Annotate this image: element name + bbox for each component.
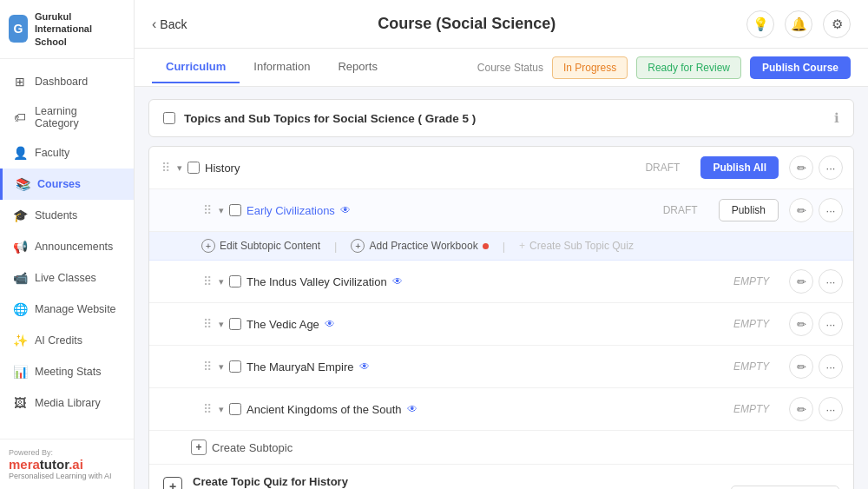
create-sub-topic-quiz-button[interactable]: + Create Sub Topic Quiz [519,240,634,252]
bell-icon-button[interactable]: 🔔 [785,10,812,38]
media-library-icon: 🖼 [12,395,28,411]
sidebar-item-courses[interactable]: 📚 Courses [0,169,134,200]
drag-handle-icon[interactable]: ⠿ [201,317,214,331]
ancient-kingdoms-checkbox[interactable] [229,403,241,415]
create-subtopic-label: Create Subtopic [212,441,293,454]
info-icon: ℹ [834,110,839,126]
eye-icon[interactable]: 👁 [392,275,403,287]
sidebar-item-dashboard[interactable]: ⊞ Dashboard [0,66,134,97]
list-item: ⠿ ▾ The MauryaN Empire 👁 EMPTY ✏ ··· [149,346,853,388]
topics-header: Topics and Sub Topics for Social Science… [148,99,854,137]
tab-curriculum[interactable]: Curriculum [152,51,240,83]
eye-icon[interactable]: 👁 [359,360,370,373]
ready-for-review-button[interactable]: Ready for Review [636,56,741,79]
quiz-content: Create Topic Quiz for History Create Top… [193,475,720,489]
chevron-down-icon[interactable]: ▾ [219,361,224,373]
gear-icon-button[interactable]: ⚙ [823,10,851,38]
drag-handle-icon[interactable]: ⠿ [160,161,172,175]
eye-icon[interactable]: 👁 [407,403,418,415]
early-civ-more-icon[interactable]: ··· [819,198,843,222]
quiz-plus-sq-icon[interactable]: + [163,477,182,489]
vedic-age-name: The Vedic Age 👁 [247,318,728,331]
publish-button[interactable]: Publish [719,199,779,221]
tab-reports[interactable]: Reports [324,51,391,83]
edit-subtopic-content-button[interactable]: + Edit Subtopic Content [201,239,320,253]
history-more-icon[interactable]: ··· [819,155,843,180]
chevron-down-icon[interactable]: ▾ [219,276,224,287]
back-button[interactable]: ‹ Back [152,17,187,32]
vedic-age-checkbox[interactable] [229,318,241,330]
in-progress-button[interactable]: In Progress [552,56,628,79]
eye-icon[interactable]: 👁 [325,318,335,330]
chevron-down-icon[interactable]: ▾ [219,319,224,330]
meeting-stats-icon: 📊 [12,364,28,380]
sidebar-item-live-classes[interactable]: 📹 Live Classes [0,262,134,294]
list-item: ⠿ ▾ Early Civilizations 👁 DRAFT Publish … [149,189,853,232]
sidebar-item-learning-category[interactable]: 🏷 Learning Category [0,97,134,137]
topic-container: ⠿ ▾ History DRAFT Publish All ✏ ··· ⠿ ▾ [148,146,854,489]
indus-valley-checkbox[interactable] [229,275,241,287]
chevron-down-icon[interactable]: ▾ [177,162,182,174]
ancient-kingdoms-status: EMPTY [733,403,777,415]
create-subtopic-plus-icon: + [191,439,207,455]
history-status: DRAFT [645,162,688,174]
topics-select-all-checkbox[interactable] [163,112,175,124]
add-practice-workbook-button[interactable]: + Add Practice Workbook [351,239,488,253]
indus-valley-more-icon[interactable]: ··· [819,269,843,294]
early-civ-status: DRAFT [663,204,707,216]
indus-valley-status: EMPTY [733,275,777,287]
vedic-age-actions: ✏ ··· [789,312,843,336]
tab-information[interactable]: Information [240,51,324,83]
publish-all-button[interactable]: Publish All [700,156,779,179]
drag-handle-icon[interactable]: ⠿ [201,402,214,416]
topbar-icons: 💡 🔔 ⚙ [746,10,851,38]
drag-handle-icon[interactable]: ⠿ [201,203,214,217]
mauryan-empire-edit-icon[interactable]: ✏ [789,354,813,379]
table-row: ⠿ ▾ History DRAFT Publish All ✏ ··· [149,147,853,189]
sidebar-label-live-classes: Live Classes [35,272,96,284]
sidebar-item-manage-website[interactable]: 🌐 Manage Website [0,294,134,325]
announcements-icon: 📢 [12,239,28,254]
vedic-age-edit-icon[interactable]: ✏ [789,312,813,336]
topics-header-left: Topics and Sub Topics for Social Science… [163,112,476,125]
ancient-kingdoms-edit-icon[interactable]: ✏ [789,397,813,421]
sidebar-item-faculty[interactable]: 👤 Faculty [0,137,134,169]
mauryan-empire-status: EMPTY [733,360,777,373]
powered-by-label: Powered By: [9,448,125,457]
eye-icon[interactable]: 👁 [340,204,351,216]
create-subtopic-button[interactable]: + Create Subtopic [149,431,853,465]
sidebar-item-announcements[interactable]: 📢 Announcements [0,231,134,262]
sidebar-item-ai-credits[interactable]: ✨ AI Credits [0,325,134,356]
early-civilizations-name: Early Civilizations 👁 [247,204,658,217]
drag-handle-icon[interactable]: ⠿ [201,274,214,288]
mauryan-empire-name: The MauryaN Empire 👁 [247,360,728,373]
mauryan-empire-checkbox[interactable] [229,360,241,373]
indus-valley-actions: ✏ ··· [789,269,843,294]
early-civ-checkbox[interactable] [229,204,241,216]
topbar-left: ‹ Back [152,17,187,32]
workbook-plus-icon: + [351,239,365,253]
sidebar-label-media-library: Media Library [35,397,101,409]
history-checkbox[interactable] [187,162,200,174]
drag-handle-icon[interactable]: ⠿ [201,360,214,373]
logo-icon: G [9,15,28,43]
sidebar-item-meeting-stats[interactable]: 📊 Meeting Stats [0,356,134,387]
indus-valley-edit-icon[interactable]: ✏ [789,269,813,294]
sidebar-item-students[interactable]: 🎓 Students [0,200,134,231]
curriculum-content: Topics and Sub Topics for Social Science… [135,87,868,489]
history-edit-icon[interactable]: ✏ [789,155,813,180]
mauryan-empire-more-icon[interactable]: ··· [819,354,843,379]
chevron-down-icon[interactable]: ▾ [219,404,224,415]
ai-credits-icon: ✨ [12,333,28,348]
ancient-kingdoms-more-icon[interactable]: ··· [819,397,843,421]
page-title: Course (Social Science) [187,15,746,33]
sidebar-item-media-library[interactable]: 🖼 Media Library [0,387,134,419]
school-name: Gurukul International School [35,10,125,48]
publish-course-button[interactable]: Publish Course [750,56,851,79]
list-item: ⠿ ▾ The Indus Valley Civilization 👁 EMPT… [149,261,853,303]
early-civ-edit-icon[interactable]: ✏ [789,198,813,222]
bulb-icon-button[interactable]: 💡 [746,10,774,38]
vedic-age-more-icon[interactable]: ··· [819,312,843,336]
create-topic-quiz-button[interactable]: Create Topic Quiz [731,486,839,489]
chevron-down-icon[interactable]: ▾ [219,205,224,216]
